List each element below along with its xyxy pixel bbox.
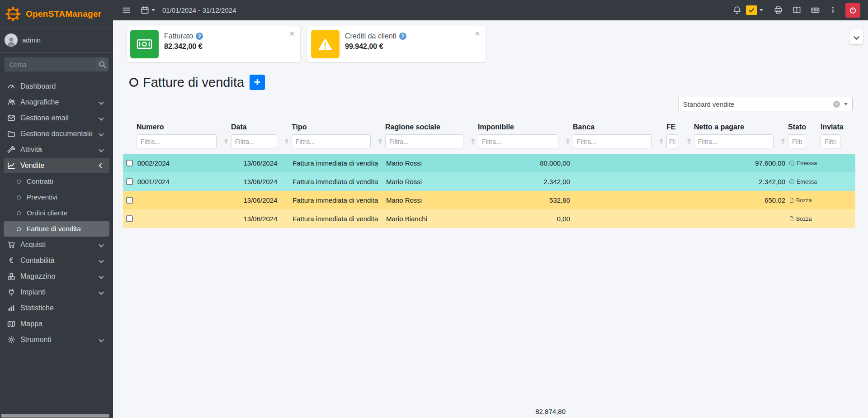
map-icon [7,320,15,328]
column-netto-a-pagare: Netto a pagare [693,120,787,154]
segment-select[interactable]: Standard vendite × [678,97,853,111]
info-button[interactable] [829,6,837,14]
sidebar-item-gestione-documentale[interactable]: Gestione documentale [4,126,109,142]
payments-button[interactable] [811,6,820,14]
euro-icon: € [7,256,15,265]
sort-icon[interactable] [781,138,785,144]
sidebar-toggle-button[interactable] [122,6,131,14]
row-checkbox[interactable] [126,197,133,204]
logout-button[interactable] [845,3,860,18]
notifications-button[interactable] [733,6,741,14]
check-icon [749,7,755,13]
user-avatar[interactable] [5,33,18,47]
sidebar-item-label: Contabilità [20,256,55,265]
widgets-row: Fatturato ? 82.342,00 € × Crediti da cli… [127,26,868,62]
sort-icon[interactable] [224,138,228,144]
chevron-left-icon [99,274,104,279]
main-area: 01/01/2024 - 31/12/2024 [113,0,868,418]
invoices-table: Numero Data Tipo [123,120,855,228]
filter-ragione-sociale-input[interactable] [385,134,463,148]
sidebar-item-attivita[interactable]: Attività [4,142,109,157]
person-icon [5,36,17,47]
search-button[interactable] [96,57,108,71]
column-tipo: Tipo [291,120,384,154]
sidebar: OSM OpenSTAManager admin [0,0,113,418]
column-fe: FE [665,120,693,154]
sidebar-item-statistiche[interactable]: Statistiche [4,300,109,316]
search-input[interactable] [5,57,96,71]
table-row[interactable]: 0002/2024 13/06/2024 Fattura immediata d… [123,154,855,172]
column-label: Inviata [821,123,854,131]
widget-title: Crediti da clienti [345,32,396,40]
filter-numero-input[interactable] [137,134,217,148]
filter-tipo-input[interactable] [292,134,371,148]
sidebar-item-acquisti[interactable]: Acquisti [4,237,109,252]
help-icon[interactable]: ? [196,33,203,40]
imponibile-total: 82.874,80 [123,408,572,415]
sidebar-item-contabilita[interactable]: € Contabilità [4,253,109,268]
sidebar-item-vendite[interactable]: Vendite [4,158,109,173]
sidebar-item-mappa[interactable]: Mappa [4,316,109,332]
sidebar-item-strumenti[interactable]: Strumenti [4,332,109,347]
filter-inviata-input[interactable] [821,134,840,148]
row-checkbox[interactable] [126,160,133,166]
clear-icon[interactable]: × [833,101,840,108]
user-name[interactable]: admin [22,36,41,44]
sidebar-item-fatture-di-vendita[interactable]: Fatture di vendita [4,221,109,237]
help-icon[interactable]: ? [399,33,406,40]
sort-icon[interactable] [471,138,475,144]
row-checkbox[interactable] [126,215,133,222]
sidebar-item-dashboard[interactable]: Dashboard [4,79,109,94]
column-label: Numero [137,123,228,131]
sidebar-item-label: Gestione documentale [20,130,93,138]
close-icon[interactable]: × [289,29,295,38]
money-bill-icon [811,6,820,14]
brand-name: OpenSTAManager [26,9,101,19]
table-row[interactable]: 13/06/2024 Fattura immediata di vendita … [123,191,855,209]
add-record-button[interactable]: + [250,75,265,90]
filter-netto-a-pagare-input[interactable] [694,134,774,148]
sidebar-item-preventivi[interactable]: Preventivi [4,190,109,205]
sort-icon[interactable] [660,138,663,144]
date-range-label[interactable]: 01/01/2024 - 31/12/2024 [162,6,236,14]
brand[interactable]: OSM OpenSTAManager [0,0,113,28]
sidebar-item-anagrafiche[interactable]: Anagrafiche [4,95,109,110]
calendar-icon [141,6,149,14]
cell-tipo: Fattura immediata di vendita [291,191,384,209]
cell-stato: Emessa [787,154,820,172]
sort-icon[interactable] [285,138,288,144]
sidebar-item-ordini-cliente[interactable]: Ordini cliente [4,205,109,221]
sort-icon[interactable] [566,138,570,144]
period-picker-button[interactable] [141,6,155,14]
caret-down-icon [760,9,763,11]
segment-row: Standard vendite × [123,97,868,111]
users-icon [7,98,15,106]
status-label: Bozza [796,197,812,204]
cell-stato: Bozza [787,191,820,209]
filter-imponibile-input[interactable] [478,134,558,148]
power-icon [849,6,857,14]
filter-banca-input[interactable] [573,134,652,148]
cell-imponibile: 532,80 [477,191,572,209]
sidebar-item-gestione-email[interactable]: Gestione email [4,110,109,126]
sidebar-item-impianti[interactable]: Impianti [4,285,109,300]
sort-icon[interactable] [378,138,382,144]
cell-tipo: Fattura immediata di vendita [291,172,384,191]
select-column-header [123,120,136,154]
filter-fe-input[interactable] [666,134,678,148]
checklists-button[interactable] [746,5,763,15]
sidebar-item-label: Impianti [20,288,46,296]
panel-collapse-button[interactable] [849,29,863,44]
filter-data-input[interactable] [231,134,277,148]
row-checkbox[interactable] [126,178,133,185]
sidebar-item-contratti[interactable]: Contratti [4,174,109,189]
sort-icon[interactable] [687,138,691,144]
filter-stato-input[interactable] [788,134,806,148]
table-row[interactable]: 0001/2024 13/06/2024 Fattura immediata d… [123,172,855,191]
sidebar-scrollbar[interactable] [1,414,109,418]
sidebar-item-magazzino[interactable]: Magazzino [4,269,109,284]
print-button[interactable] [774,6,783,14]
close-icon[interactable]: × [475,29,480,38]
table-row[interactable]: 13/06/2024 Fattura immediata di vendita … [123,209,855,228]
docs-button[interactable] [793,6,801,14]
